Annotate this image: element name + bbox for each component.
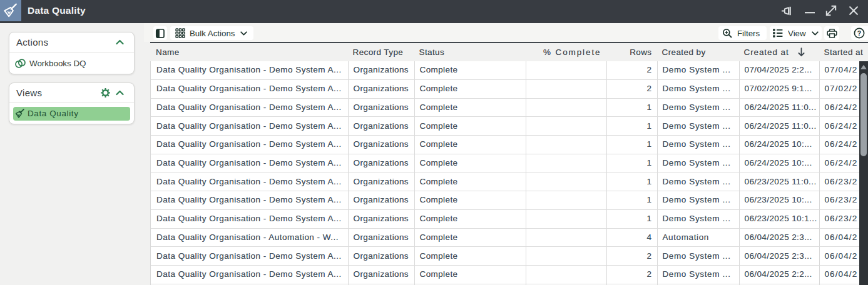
svg-text:?: ?: [857, 29, 861, 37]
